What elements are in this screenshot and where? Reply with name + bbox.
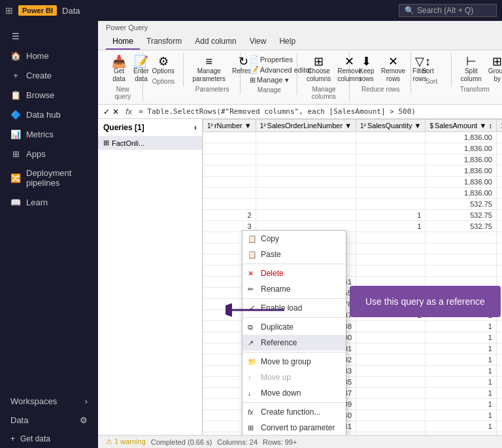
- grid-icon: ⊞: [5, 5, 13, 16]
- table-row: 21532.7500: [203, 210, 503, 221]
- table-row: 1,836.0000: [203, 177, 503, 188]
- tab-help[interactable]: Help: [273, 34, 302, 50]
- remove-rows-icon: ✕: [388, 56, 398, 67]
- sidebar-item-deployment[interactable]: 🔀 Deployment pipelines: [0, 164, 98, 192]
- ribbon-group-new-query: 📥 Getdata 📝 Enterdata New query: [103, 53, 143, 101]
- sidebar: ☰ 🏠 Home + Create 📋 Browse 🔷 Data hub 📊 …: [0, 21, 98, 448]
- table-icon: ⊞: [103, 139, 109, 147]
- copy-icon: 📋: [248, 235, 257, 243]
- col-header-returnqty[interactable]: 1²ReturnQuantity ▼: [496, 120, 502, 132]
- ctx-create-function[interactable]: fxCreate function...: [243, 404, 346, 420]
- search-box[interactable]: 🔍 Search (Alt + Q): [399, 4, 497, 17]
- ctx-delete[interactable]: ✕Delete: [243, 266, 346, 281]
- ribbon-group-label-parameters: Parameters: [190, 84, 235, 93]
- sidebar-data[interactable]: Data ⚙: [0, 411, 98, 430]
- status-bar: ⚠ 1 warning Completed (0.66 s) Columns: …: [98, 435, 502, 448]
- pq-title: Power Query: [106, 24, 494, 33]
- get-data-ribbon-icon: 📥: [112, 56, 126, 67]
- ribbon-btn-options[interactable]: ⚙ Options: [150, 54, 177, 77]
- split-column-icon: ⊢: [466, 56, 477, 67]
- sidebar-get-data[interactable]: + Get data: [0, 430, 98, 448]
- ribbon-btn-group-by[interactable]: ⊞ Groupby: [486, 54, 502, 84]
- home-icon: 🏠: [10, 50, 21, 61]
- sort-icon: ↕: [425, 56, 431, 67]
- chevron-right-icon: ›: [85, 396, 88, 406]
- ribbon-btn-split-column[interactable]: ⊢ Splitcolumn: [458, 54, 484, 84]
- col-header-salesamt[interactable]: $SalesAmount ▼ ↕: [426, 120, 497, 132]
- ribbon-btn-manage-parameters[interactable]: ≡ Manageparameters: [190, 54, 229, 84]
- table-row: 1,836.0000: [203, 165, 503, 177]
- power-query-area: Power Query Home Transform Add column Vi…: [98, 21, 502, 435]
- col-header-salesorder[interactable]: 1²SalesOrderLineNumber ▼: [256, 120, 356, 132]
- sidebar-item-create[interactable]: + Create: [0, 65, 98, 85]
- sidebar-item-metrics[interactable]: 📊 Metrics: [0, 124, 98, 144]
- sidebar-item-datahub[interactable]: 🔷 Data hub: [0, 105, 98, 124]
- ctx-reference[interactable]: ↗Reference: [243, 335, 346, 351]
- ctx-move-to-group[interactable]: 📁Move to group: [243, 354, 346, 370]
- cross-icon[interactable]: ✕: [112, 107, 119, 116]
- ctx-sep-1: [243, 264, 346, 264]
- query-panel: Queries [1] ‹ ⊞ FactOnli...: [98, 119, 203, 435]
- apps-icon: ⊞: [10, 148, 21, 159]
- sidebar-workspaces[interactable]: Workspaces ›: [0, 392, 98, 411]
- move-down-icon: ↓: [248, 389, 252, 397]
- ctx-sep-3: [243, 317, 346, 318]
- ribbon-group-options: ⚙ Options Options: [144, 53, 184, 86]
- col-header-rnum[interactable]: 1²rNumber ▼: [203, 120, 256, 132]
- properties-icon: 📄: [250, 55, 259, 63]
- sidebar-item-browse[interactable]: 📋 Browse: [0, 85, 98, 105]
- ribbon-group-label-new-query: New query: [109, 84, 137, 100]
- query-panel-collapse[interactable]: ‹: [194, 123, 197, 132]
- ribbon-btn-remove-rows[interactable]: ✕ Removerows: [378, 54, 408, 84]
- reference-icon: ↗: [248, 339, 254, 347]
- datahub-icon: 🔷: [10, 109, 21, 120]
- ctx-paste[interactable]: 📋Paste: [243, 247, 346, 262]
- ctx-copy[interactable]: 📋Copy: [243, 231, 346, 247]
- rename-icon: ✏: [248, 285, 254, 294]
- ctx-convert-parameter[interactable]: ⊞Convert to parameter: [243, 420, 346, 435]
- learn-icon: 📖: [10, 197, 21, 207]
- ribbon-group-reduce-rows: ⬇ Keeprows ✕ Removerows ▽ Filterrows Red…: [351, 53, 411, 94]
- formula-icons: ✓ ✕: [103, 107, 119, 116]
- tab-view[interactable]: View: [243, 34, 273, 50]
- formula-text: = Table.SelectRows(#"Removed columns", e…: [139, 107, 416, 116]
- ctx-duplicate[interactable]: ⧉Duplicate: [243, 319, 346, 335]
- ribbon-btn-get-data[interactable]: 📥 Getdata: [109, 54, 129, 84]
- group-by-icon: ⊞: [492, 56, 502, 67]
- ribbon-btn-sort[interactable]: ↕ Sort: [418, 54, 439, 77]
- tab-transform[interactable]: Transform: [140, 34, 188, 50]
- manage-params-icon: ≡: [206, 56, 213, 67]
- status-columns: Columns: 24: [217, 438, 258, 446]
- col-header-salesqty[interactable]: 1²SalesQuantity ▼: [356, 120, 426, 132]
- sidebar-item-apps[interactable]: ⊞ Apps: [0, 144, 98, 164]
- tab-add-column[interactable]: Add column: [188, 34, 243, 50]
- ribbon-group-label-transform: Transform: [458, 84, 492, 93]
- checkmark-icon[interactable]: ✓: [103, 107, 110, 116]
- ribbon-group-transform: ⊢ Splitcolumn ⊞ Groupby Transform: [453, 53, 497, 94]
- status-completed: Completed (0.66 s): [151, 438, 212, 446]
- tab-home[interactable]: Home: [106, 34, 140, 50]
- options-icon: ⚙: [158, 56, 169, 67]
- main-layout: ☰ 🏠 Home + Create 📋 Browse 🔷 Data hub 📊 …: [0, 21, 502, 448]
- ctx-enable-load[interactable]: Enable load: [243, 300, 346, 316]
- ribbon-group-label-manage: Manage: [247, 85, 292, 94]
- ribbon-group-manage-columns: ⊞ Choosecolumns ✕ Removecolumns Manage c…: [299, 53, 350, 101]
- sidebar-item-home[interactable]: 🏠 Home: [0, 46, 98, 65]
- ctx-move-up[interactable]: ↑Move up: [243, 370, 346, 385]
- ribbon-btn-keep-rows[interactable]: ⬇ Keeprows: [356, 54, 377, 84]
- ctx-sep-5: [243, 402, 346, 403]
- delete-icon: ✕: [248, 269, 254, 278]
- ribbon-group-label-sort: Sort: [418, 77, 446, 85]
- create-icon: +: [10, 70, 21, 80]
- ctx-rename[interactable]: ✏Rename: [243, 281, 346, 297]
- fx-icon: fx: [248, 408, 254, 416]
- ctx-move-down[interactable]: ↓Move down: [243, 385, 346, 401]
- choose-columns-icon: ⊞: [314, 56, 324, 67]
- query-item-factonli[interactable]: ⊞ FactOnli...: [98, 136, 202, 150]
- menu-icon: ☰: [10, 31, 21, 41]
- sidebar-item-learn[interactable]: 📖 Learn: [0, 192, 98, 212]
- sidebar-collapse[interactable]: ☰: [0, 26, 98, 46]
- ribbon-btn-choose-columns[interactable]: ⊞ Choosecolumns: [304, 54, 333, 84]
- ctx-sep-2: [243, 298, 346, 299]
- ribbon-tabs: Home Transform Add column View Help: [106, 34, 494, 50]
